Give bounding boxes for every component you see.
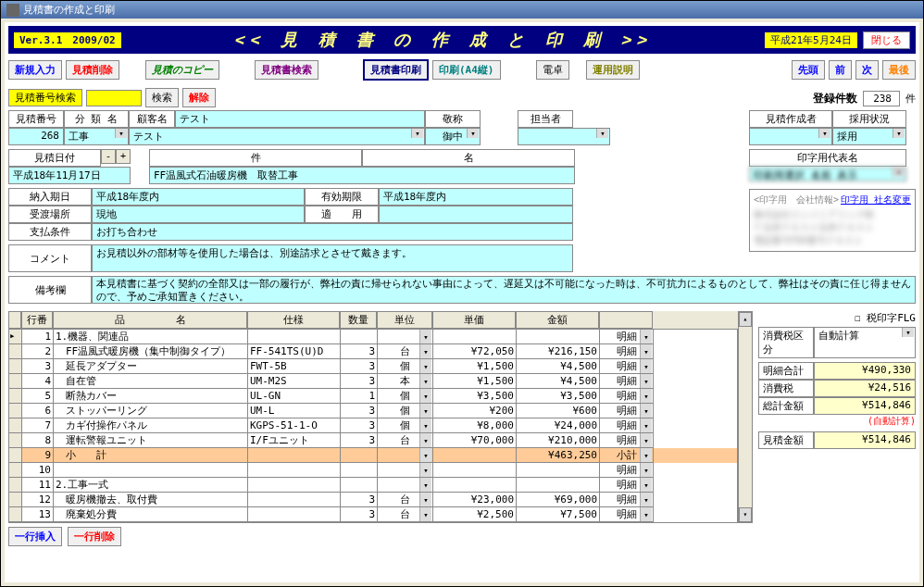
cell-detail[interactable]: 明細 [600,359,654,374]
person-select[interactable] [518,128,610,145]
cell-qty[interactable]: 3 [341,493,378,507]
date-minus-button[interactable]: - [101,149,116,164]
row-selector[interactable] [9,463,22,478]
comment-value[interactable]: お見積以外の部材等を使用した場合は、別途請求とさせて戴きます。 [92,244,573,272]
cell-spec[interactable] [248,330,341,344]
cell-qty[interactable] [341,330,378,344]
cell-price[interactable]: ¥1,500 [433,359,517,374]
cell-name[interactable]: ストッパーリング [54,404,248,418]
cell-detail[interactable]: 明細 [600,507,654,522]
cell-unit[interactable] [378,463,433,478]
adoption-select[interactable]: 採用 [832,128,906,145]
cell-detail[interactable]: 明細 [600,374,654,389]
customer-value-1[interactable]: テスト [175,110,425,128]
cell-spec[interactable]: UM-M2S [248,374,341,389]
table-row[interactable]: 9 小 計¥463,250小計 [9,448,737,463]
usage-button[interactable]: 運用説明 [586,60,640,80]
cell-qty[interactable] [341,478,378,493]
estimate-copy-button[interactable]: 見積のコピー [145,60,219,80]
cell-qty[interactable]: 3 [341,404,378,418]
row-selector[interactable] [9,389,22,404]
estimate-delete-button[interactable]: 見積削除 [66,60,119,80]
grid-scrollbar[interactable]: ▴ ▾ [738,311,753,523]
item-name-value[interactable]: FF温風式石油暖房機 取替工事 [149,167,575,184]
estimate-date-value[interactable]: 平成18年11月17日 [8,167,131,184]
cell-unit[interactable]: 台 [378,507,433,522]
cell-qty[interactable]: 3 [341,507,378,522]
row-selector[interactable] [9,493,22,507]
table-row[interactable]: 5 断熱カバーUL-GN1個¥3,500¥3,500明細 [9,389,737,404]
table-row[interactable]: 13 廃棄処分費3台¥2,500¥7,500明細 [9,507,737,522]
cell-price[interactable]: ¥23,000 [433,493,517,507]
estimate-print-button[interactable]: 見積書印刷 [363,59,429,81]
cell-spec[interactable]: FWT-5B [248,359,341,374]
cell-name[interactable]: 暖房機撤去、取付費 [54,493,248,507]
cell-price[interactable]: ¥200 [433,404,517,418]
application-value[interactable] [379,206,573,223]
company-change-link[interactable]: 印字用 社名変更 [841,194,911,206]
print-a4-button[interactable]: 印刷(A4縦) [432,60,501,80]
cell-detail[interactable]: 明細 [600,463,654,478]
cell-name[interactable]: 断熱カバー [54,389,248,404]
row-selector[interactable] [9,418,22,433]
cell-qty[interactable] [341,463,378,478]
row-selector[interactable]: ▸ [9,330,22,344]
cell-price[interactable]: ¥3,500 [433,389,517,404]
cell-name[interactable]: 2.工事一式 [54,478,248,493]
cell-detail[interactable]: 明細 [600,478,654,493]
cell-unit[interactable]: 本 [378,374,433,389]
cell-unit[interactable]: 台 [378,493,433,507]
cell-spec[interactable] [248,478,341,493]
cell-qty[interactable] [341,448,378,463]
cell-unit[interactable]: 個 [378,404,433,418]
cell-spec[interactable]: UL-GN [248,389,341,404]
cell-name[interactable]: 小 計 [54,448,248,463]
cell-detail[interactable]: 明細 [600,344,654,359]
cell-price[interactable]: ¥70,000 [433,433,517,448]
delete-row-button[interactable]: 一行削除 [68,527,121,546]
cell-unit[interactable]: 台 [378,433,433,448]
table-row[interactable]: ▸11.機器、関連品明細 [9,330,737,344]
cell-spec[interactable]: I/Fユニット [248,433,341,448]
cell-name[interactable]: 自在管 [54,374,248,389]
table-row[interactable]: 112.工事一式明細 [9,478,737,493]
date-plus-button[interactable]: + [116,149,131,164]
cell-price[interactable] [433,478,517,493]
table-row[interactable]: 4 自在管UM-M2S3本¥1,500¥4,500明細 [9,374,737,389]
table-row[interactable]: 2 FF温風式暖房機（集中制御タイプ）FF-541TS(U)D3台¥72,050… [9,344,737,359]
cell-price[interactable] [433,463,517,478]
cell-price[interactable] [433,448,517,463]
cell-qty[interactable]: 1 [341,389,378,404]
location-value[interactable]: 現地 [92,206,305,223]
row-selector[interactable] [9,433,22,448]
cell-detail[interactable]: 明細 [600,404,654,418]
search-input[interactable] [86,90,142,106]
cell-detail[interactable]: 明細 [600,418,654,433]
row-selector[interactable] [9,448,22,463]
prev-button[interactable]: 前 [829,60,852,80]
cell-price[interactable]: ¥8,000 [433,418,517,433]
cell-price[interactable]: ¥2,500 [433,507,517,522]
cell-spec[interactable]: UM-L [248,404,341,418]
cell-spec[interactable]: FF-541TS(U)D [248,344,341,359]
row-selector[interactable] [9,478,22,493]
cell-qty[interactable]: 3 [341,344,378,359]
delivery-value[interactable]: 平成18年度内 [92,188,305,206]
cell-name[interactable]: カギ付操作パネル [54,418,248,433]
cell-spec[interactable] [248,507,341,522]
row-selector[interactable] [9,374,22,389]
cell-qty[interactable]: 3 [341,374,378,389]
cell-price[interactable]: ¥1,500 [433,374,517,389]
table-row[interactable]: 6 ストッパーリングUM-L3個¥200¥600明細 [9,404,737,418]
cell-unit[interactable] [378,478,433,493]
cell-detail[interactable]: 明細 [600,330,654,344]
customer-value-2[interactable]: テスト [129,128,425,145]
cell-name[interactable]: 1.機器、関連品 [54,330,248,344]
cell-qty[interactable]: 3 [341,359,378,374]
cell-unit[interactable] [378,448,433,463]
honorific-select[interactable]: 御中 [425,128,481,145]
cell-unit[interactable]: 個 [378,359,433,374]
estimate-search-button[interactable]: 見積書検索 [255,60,318,80]
row-selector[interactable] [9,507,22,522]
scroll-down-button[interactable]: ▾ [739,507,752,522]
